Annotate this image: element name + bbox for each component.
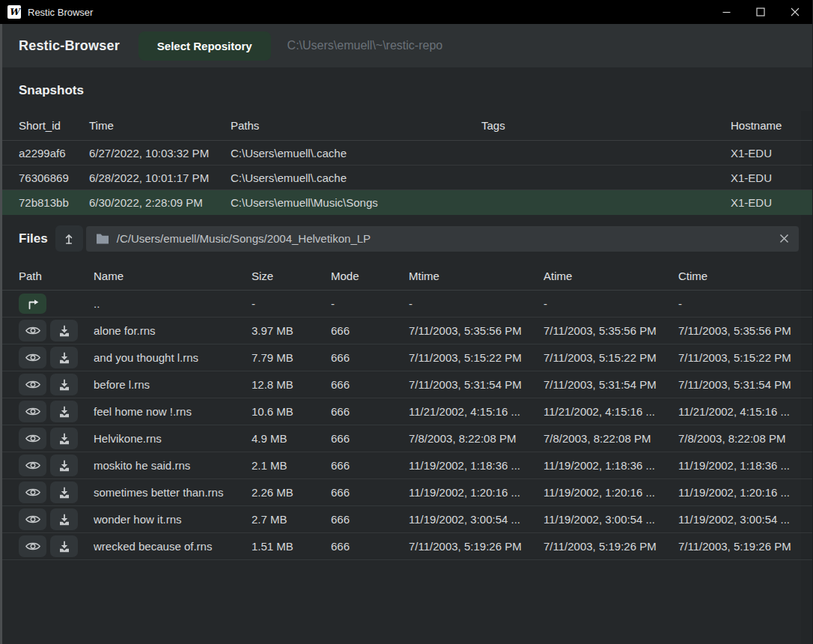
maximize-button[interactable] bbox=[743, 0, 778, 24]
file-atime: 7/11/2003, 5:35:56 PM bbox=[543, 324, 678, 337]
wails-w-icon: W bbox=[7, 5, 21, 19]
file-name: feel home now !.rns bbox=[94, 405, 252, 418]
file-ctime: 7/11/2003, 5:35:56 PM bbox=[678, 324, 799, 337]
file-row: and you thought l.rns 7.79 MB 666 7/11/2… bbox=[2, 344, 812, 371]
snapshot-row[interactable]: 76306869 6/28/2022, 10:01:17 PM C:\Users… bbox=[2, 165, 812, 190]
download-file-button[interactable] bbox=[50, 428, 78, 449]
file-atime: 7/11/2003, 5:31:54 PM bbox=[543, 378, 678, 391]
snapshot-paths: C:\Users\emuell\.cache bbox=[231, 171, 481, 184]
maximize-icon bbox=[756, 7, 765, 16]
file-ctime: 7/8/2003, 8:22:08 PM bbox=[678, 432, 799, 445]
column-header-ctime: Ctime bbox=[678, 270, 799, 282]
eye-icon bbox=[25, 406, 40, 417]
preview-file-button[interactable] bbox=[19, 535, 46, 557]
snapshot-short-id: 72b813bb bbox=[19, 196, 89, 209]
file-size: 2.7 MB bbox=[252, 513, 331, 526]
titlebar: W Restic Browser bbox=[0, 0, 812, 24]
column-header-name: Name bbox=[94, 270, 252, 282]
download-file-button[interactable] bbox=[50, 320, 78, 341]
column-header-path: Path bbox=[19, 270, 94, 282]
window-title: Restic Browser bbox=[28, 7, 93, 18]
file-name: and you thought l.rns bbox=[94, 351, 252, 364]
snapshot-row[interactable]: a2299af6 6/27/2022, 10:03:32 PM C:\Users… bbox=[2, 141, 812, 165]
file-size: 2.26 MB bbox=[252, 486, 331, 499]
file-row: before l.rns 12.8 MB 666 7/11/2003, 5:31… bbox=[2, 371, 812, 398]
download-file-button[interactable] bbox=[50, 482, 78, 503]
file-name: wonder how it.rns bbox=[94, 513, 252, 526]
download-icon bbox=[58, 433, 70, 445]
current-path-text: /C/Users/emuell/Music/Songs/2004_Helveti… bbox=[117, 232, 371, 245]
file-atime: 11/19/2002, 1:20:16 ... bbox=[543, 486, 678, 499]
file-mtime: 11/21/2002, 4:15:16 ... bbox=[409, 405, 543, 418]
file-name: alone for.rns bbox=[94, 324, 252, 337]
download-file-button[interactable] bbox=[50, 401, 78, 422]
close-button[interactable] bbox=[778, 0, 812, 24]
parent-dir-row: .. - - - - - bbox=[2, 291, 812, 318]
window-controls bbox=[709, 0, 812, 24]
file-mode: 666 bbox=[331, 540, 409, 553]
file-ctime: 7/11/2003, 5:31:54 PM bbox=[678, 378, 799, 391]
download-file-button[interactable] bbox=[50, 347, 78, 368]
file-atime: 11/21/2002, 4:15:16 ... bbox=[543, 405, 678, 418]
file-size: - bbox=[252, 297, 331, 310]
select-repository-button[interactable]: Select Repository bbox=[138, 31, 271, 61]
file-row: wrecked because of.rns 1.51 MB 666 7/11/… bbox=[2, 533, 812, 560]
file-name: .. bbox=[94, 297, 252, 310]
file-row: sometimes better than.rns 2.26 MB 666 11… bbox=[2, 479, 812, 506]
app-title: Restic-Browser bbox=[19, 38, 120, 54]
column-header-atime: Atime bbox=[543, 270, 678, 282]
preview-file-button[interactable] bbox=[19, 374, 46, 395]
file-mtime: 11/19/2002, 1:18:36 ... bbox=[409, 459, 543, 472]
file-size: 7.79 MB bbox=[252, 351, 331, 364]
parent-dir-button[interactable] bbox=[19, 294, 46, 314]
column-header-hostname: Hostname bbox=[731, 119, 799, 132]
preview-file-button[interactable] bbox=[19, 320, 46, 341]
file-mode: 666 bbox=[331, 351, 409, 364]
snapshot-hostname: X1-EDU bbox=[731, 147, 799, 160]
preview-file-button[interactable] bbox=[19, 508, 46, 530]
file-size: 1.51 MB bbox=[252, 540, 331, 553]
files-bar: Files /C/Users/emuell/Music/Songs/2004_H… bbox=[2, 215, 812, 262]
file-name: moskito he said.rns bbox=[94, 459, 252, 472]
download-file-button[interactable] bbox=[50, 374, 78, 395]
minimize-button[interactable] bbox=[709, 0, 743, 24]
eye-icon bbox=[25, 433, 40, 444]
file-mode: 666 bbox=[331, 459, 409, 472]
file-mode: 666 bbox=[331, 405, 409, 418]
file-size: 10.6 MB bbox=[252, 405, 331, 418]
clear-x-icon bbox=[779, 234, 789, 243]
preview-file-button[interactable] bbox=[19, 428, 46, 449]
snapshot-short-id: a2299af6 bbox=[19, 147, 89, 160]
preview-file-button[interactable] bbox=[19, 455, 46, 476]
download-file-button[interactable] bbox=[50, 508, 78, 530]
column-header-short-id: Short_id bbox=[19, 119, 89, 132]
clear-path-button[interactable] bbox=[779, 234, 789, 243]
download-file-button[interactable] bbox=[50, 455, 78, 476]
file-mode: 666 bbox=[331, 378, 409, 391]
eye-icon bbox=[25, 352, 40, 363]
file-rows: alone for.rns 3.97 MB 666 7/11/2003, 5:3… bbox=[2, 318, 812, 560]
file-size: 3.97 MB bbox=[252, 324, 331, 337]
file-atime: 7/11/2003, 5:19:26 PM bbox=[543, 540, 678, 553]
go-up-button[interactable] bbox=[55, 225, 83, 252]
preview-file-button[interactable] bbox=[19, 482, 46, 503]
eye-icon bbox=[25, 541, 40, 552]
snapshot-paths: C:\Users\emuell\.cache bbox=[231, 147, 481, 160]
repository-path: C:\Users\emuell\~\restic-repo bbox=[287, 39, 443, 52]
file-mtime: 11/19/2002, 1:20:16 ... bbox=[409, 486, 543, 499]
current-path-field[interactable]: /C/Users/emuell/Music/Songs/2004_Helveti… bbox=[86, 226, 799, 252]
eye-icon bbox=[25, 514, 40, 525]
download-icon bbox=[58, 352, 70, 364]
preview-file-button[interactable] bbox=[19, 347, 46, 368]
snapshot-time: 6/30/2022, 2:28:09 PM bbox=[89, 196, 231, 209]
parent-dir-arrow-icon bbox=[26, 299, 40, 309]
folder-icon bbox=[96, 234, 109, 244]
preview-file-button[interactable] bbox=[19, 401, 46, 422]
download-icon bbox=[58, 541, 70, 553]
download-file-button[interactable] bbox=[50, 535, 78, 557]
download-icon bbox=[58, 514, 70, 526]
restic-browser-window: W Restic Browser Restic-Browser Select R… bbox=[0, 0, 813, 644]
snapshot-row-selected[interactable]: 72b813bb 6/30/2022, 2:28:09 PM C:\Users\… bbox=[2, 190, 812, 215]
file-name: before l.rns bbox=[94, 378, 252, 391]
snapshot-hostname: X1-EDU bbox=[731, 196, 799, 209]
